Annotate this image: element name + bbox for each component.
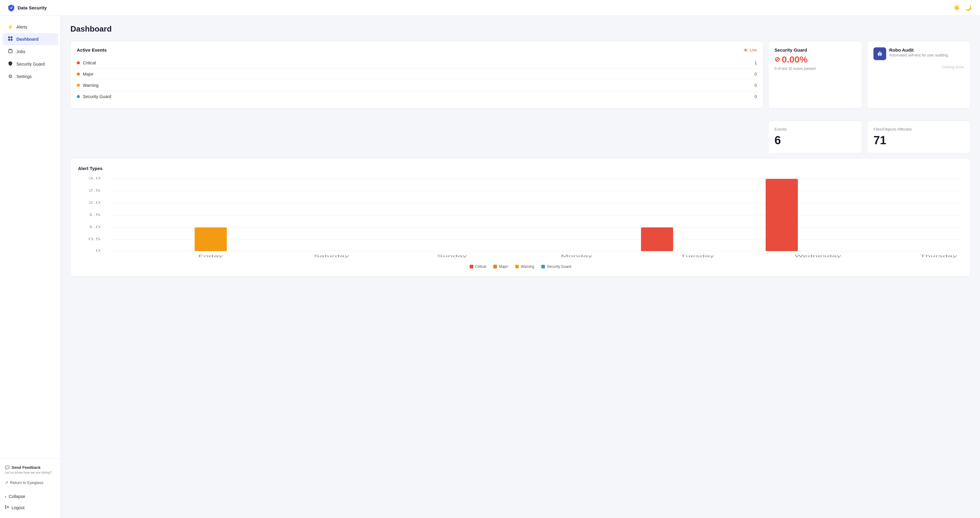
sidebar-item-alerts[interactable]: ⚡ Alerts [2,21,58,33]
legend-guard: Security Guard [541,265,571,269]
coming-soon-label: Coming Soon [873,65,964,69]
files-stat-value: 71 [873,134,964,147]
sidebar-bottom: 💬 Send Feedback Let us know how we are d… [0,458,60,491]
guard-dot [77,95,80,98]
svg-text:3.0: 3.0 [88,177,100,180]
active-events-title: Active Events [77,47,107,53]
svg-point-13 [880,51,880,52]
feedback-title[interactable]: 💬 Send Feedback [5,465,56,470]
legend-major-dot [493,265,497,268]
legend-critical-label: Critical [475,265,486,269]
svg-rect-10 [880,53,881,54]
chart-svg: 3.0 2.5 2.0 1.5 1.0 0.5 0 [78,176,963,261]
sidebar: ⚡ Alerts Dashboard Jobs Security Guard [0,16,61,518]
robo-audit-info: Robo Audit Automated self-test for user … [889,47,949,57]
svg-text:1.0: 1.0 [88,225,100,229]
svg-rect-34 [766,179,798,251]
svg-text:Sunday: Sunday [437,254,467,258]
legend-warning-dot [515,265,519,268]
theme-toggles: ☀️ 🌙 [952,3,973,13]
svg-rect-8 [878,53,881,56]
svg-text:Wednesday: Wednesday [795,254,841,258]
svg-text:Monday: Monday [561,254,593,258]
svg-text:Friday: Friday [199,254,223,258]
robo-audit-header: Robo Audit Automated self-test for user … [873,47,964,60]
warning-label: Warning [83,83,99,88]
legend-guard-dot [541,265,545,268]
security-guard-card-title: Security Guard [775,47,856,53]
major-label: Major [83,72,94,77]
event-row-major: Major 0 [77,69,757,80]
sidebar-item-dashboard[interactable]: Dashboard [2,33,58,45]
svg-rect-9 [879,53,880,54]
active-events-card: Active Events Live Critical [70,41,763,108]
svg-text:Tuesday: Tuesday [680,254,714,258]
sidebar-item-security-guard[interactable]: Security Guard [2,58,58,70]
svg-rect-3 [11,39,13,41]
guard-label: Security Guard [83,94,111,99]
legend-major-label: Major [499,265,508,269]
legend-major: Major [493,265,508,269]
dark-theme-button[interactable]: 🌙 [964,3,973,13]
svg-rect-33 [641,228,673,251]
sidebar-item-alerts-label: Alerts [16,25,27,29]
stats-row: Events 6 Files/Objects Affected 71 [70,116,970,153]
brand: Data Security [7,4,47,12]
sidebar-item-settings[interactable]: ⚙ Settings [2,70,58,82]
guard-count: 0 [754,94,757,99]
critical-dot [77,61,80,64]
chart-legend: Critical Major Warning Security Guard [78,265,963,269]
legend-critical: Critical [470,265,486,269]
logout-button[interactable]: Logout [0,502,60,513]
live-label: Live [749,48,757,52]
live-pulse-icon [743,48,748,52]
svg-text:2.5: 2.5 [88,188,100,192]
sidebar-item-dashboard-label: Dashboard [16,37,38,41]
sidebar-item-jobs-label: Jobs [16,49,25,54]
event-guard-left: Security Guard [77,94,111,99]
warning-dot [77,84,80,87]
feedback-subtitle: Let us know how we are doing? [5,470,56,475]
light-theme-button[interactable]: ☀️ [952,3,961,13]
sidebar-item-jobs[interactable]: Jobs [2,46,58,58]
event-warning-left: Warning [77,83,99,88]
sidebar-nav: ⚡ Alerts Dashboard Jobs Security Guard [0,21,60,83]
event-critical-left: Critical [77,61,96,65]
security-percentage: ⊘ 0.00% [775,54,856,65]
dashboard-top-grid: Active Events Live Critical [70,41,970,108]
svg-rect-1 [11,37,13,38]
major-dot [77,73,80,76]
live-badge: Live [743,48,757,52]
svg-point-5 [745,49,746,51]
robo-audit-icon [876,50,883,57]
warning-count: 0 [754,83,757,88]
svg-text:1.5: 1.5 [88,213,100,217]
collapse-button[interactable]: ‹ Collapse [0,491,60,502]
brand-title: Data Security [18,5,47,10]
critical-count: 1 [754,61,757,65]
events-stat-value: 6 [775,134,856,147]
logout-icon [5,505,9,510]
files-stat-label: Files/Objects Affected [873,127,964,131]
feedback-icon: 💬 [5,465,10,470]
return-icon: ↗ [5,480,8,485]
main-content: Dashboard Active Events Live [61,16,980,518]
sidebar-item-settings-label: Settings [16,74,32,79]
event-row-guard: Security Guard 0 [77,91,757,102]
chart-title: Alert Types [78,166,963,171]
sidebar-item-security-guard-label: Security Guard [16,62,45,67]
alert-types-chart-card: Alert Types 3.0 2.5 2.0 1.5 1.0 0.5 0 [70,158,970,276]
svg-rect-32 [195,228,227,251]
jobs-icon [7,49,13,55]
svg-rect-2 [8,39,10,41]
return-to-eyeglass-link[interactable]: ↗ Return to Eyeglass [0,478,60,487]
event-row-warning: Warning 0 [77,80,757,91]
critical-label: Critical [83,61,96,65]
legend-warning-label: Warning [521,265,534,269]
svg-text:0.5: 0.5 [88,237,100,241]
svg-rect-4 [8,50,12,53]
robo-audit-title: Robo Audit [889,47,949,53]
svg-text:0: 0 [95,249,100,252]
svg-text:Saturday: Saturday [313,254,349,258]
alerts-icon: ⚡ [7,24,13,30]
